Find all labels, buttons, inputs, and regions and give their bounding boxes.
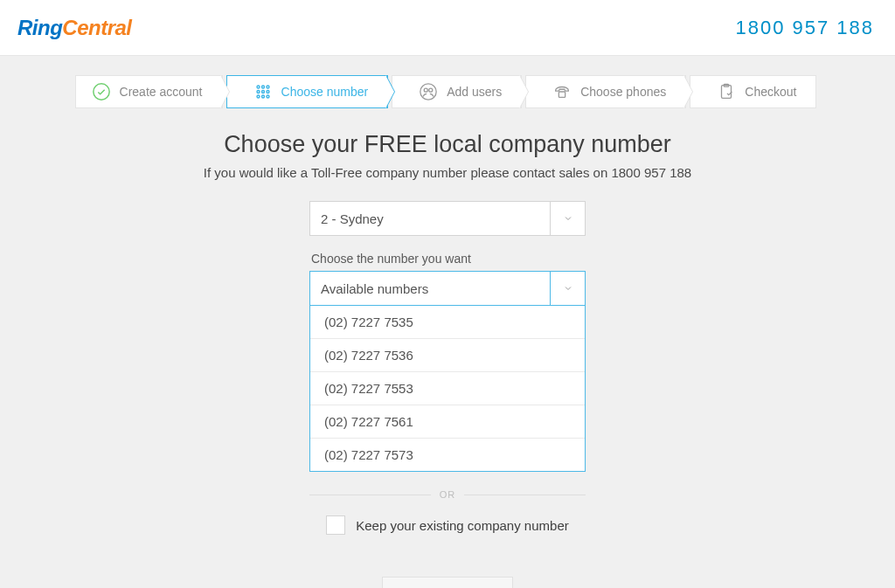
svg-point-8 <box>261 95 264 98</box>
header: RingCentral 1800 957 188 <box>0 0 895 56</box>
number-option[interactable]: (02) 7227 7536 <box>310 339 585 372</box>
dialpad-icon <box>253 82 273 101</box>
page-subtitle: If you would like a Toll-Free company nu… <box>0 165 895 180</box>
step-choose-number[interactable]: Choose number <box>226 75 389 108</box>
svg-point-11 <box>424 88 427 92</box>
available-number-select[interactable]: Available numbers <box>309 271 586 306</box>
svg-point-12 <box>429 88 433 92</box>
progress-steps: Create account Choose number Add users <box>0 75 895 108</box>
area-code-value: 2 - Sydney <box>321 211 384 226</box>
checkmark-circle-icon <box>92 82 111 101</box>
svg-point-6 <box>267 91 269 93</box>
step-checkout[interactable]: Checkout <box>690 75 816 108</box>
header-phone[interactable]: 1800 957 188 <box>735 17 874 39</box>
svg-point-4 <box>257 91 260 93</box>
phone-icon <box>552 82 572 101</box>
keep-existing-checkbox[interactable] <box>326 515 345 535</box>
or-divider: OR <box>309 489 586 500</box>
svg-point-3 <box>267 86 269 88</box>
step-choose-phones[interactable]: Choose phones <box>525 75 686 108</box>
step-add-users[interactable]: Add users <box>392 75 522 108</box>
svg-rect-13 <box>559 92 565 97</box>
svg-point-2 <box>261 86 264 88</box>
number-option[interactable]: (02) 7227 7535 <box>310 306 585 339</box>
svg-point-1 <box>257 86 260 88</box>
content: Create account Choose number Add users <box>0 56 895 588</box>
logo: RingCentral <box>17 16 132 40</box>
svg-point-5 <box>261 91 264 93</box>
clipboard-check-icon <box>717 82 736 101</box>
chevron-down-icon[interactable] <box>550 272 585 305</box>
step-label: Create account <box>120 85 203 99</box>
chevron-down-icon[interactable] <box>550 202 585 235</box>
area-code-select[interactable]: 2 - Sydney <box>309 201 586 236</box>
or-label: OR <box>431 489 465 500</box>
step-label: Choose number <box>281 85 369 99</box>
number-option[interactable]: (02) 7227 7561 <box>310 405 585 439</box>
number-option[interactable]: (02) 7227 7553 <box>310 372 585 405</box>
available-number-dropdown: (02) 7227 7535 (02) 7227 7536 (02) 7227 … <box>309 306 586 472</box>
number-field-label: Choose the number you want <box>311 252 586 266</box>
page-title: Choose your FREE local company number <box>0 131 895 158</box>
logo-central: Central <box>62 16 131 39</box>
step-label: Checkout <box>745 85 796 99</box>
svg-point-0 <box>93 84 108 100</box>
step-label: Choose phones <box>580 85 666 99</box>
keep-existing-row: Keep your existing company number <box>0 515 895 535</box>
step-label: Add users <box>447 85 502 99</box>
available-number-placeholder: Available numbers <box>321 281 428 296</box>
svg-point-7 <box>257 95 260 98</box>
keep-existing-label: Keep your existing company number <box>356 518 568 533</box>
svg-point-10 <box>420 84 436 100</box>
users-icon <box>419 82 438 101</box>
logo-ring: Ring <box>17 16 62 39</box>
next-button[interactable]: Next <box>382 577 513 588</box>
number-option[interactable]: (02) 7227 7573 <box>310 439 585 471</box>
svg-point-9 <box>267 95 269 98</box>
svg-rect-14 <box>722 86 732 99</box>
step-create-account[interactable]: Create account <box>75 75 223 108</box>
